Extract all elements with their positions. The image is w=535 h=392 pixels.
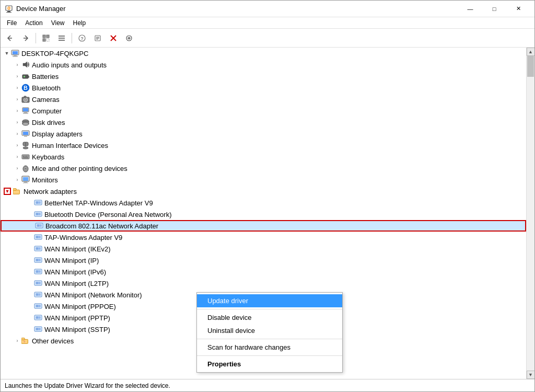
keyboards-expand[interactable]: ›	[13, 153, 21, 161]
tree-monitors[interactable]: › Monitors	[1, 174, 526, 186]
tree-panel[interactable]: ▼ DESKTOP-4FQKGPC ›	[1, 48, 526, 379]
svg-rect-86	[36, 270, 41, 273]
display-label: Display adapters	[32, 130, 83, 138]
svg-rect-98	[36, 316, 41, 319]
svg-rect-31	[24, 76, 25, 77]
back-button[interactable]	[3, 31, 17, 45]
batteries-expand[interactable]: ›	[13, 72, 21, 80]
toolbar: ?	[1, 29, 534, 48]
ctx-uninstall-device[interactable]: Uninstall device	[197, 324, 342, 337]
wan-sstp-label: WAN Miniport (SSTP)	[44, 326, 110, 333]
computer-expand[interactable]: ›	[13, 107, 21, 115]
minimize-button[interactable]: —	[458, 1, 482, 17]
hid-expand[interactable]: ›	[13, 141, 21, 149]
tree-hid[interactable]: › Human Interface Devices	[1, 140, 526, 151]
context-menu: Update driver Disable device Uninstall d…	[196, 292, 343, 373]
tree-audio[interactable]: › Audio inputs and outputs	[1, 59, 526, 71]
scan-button[interactable]	[122, 31, 136, 45]
svg-rect-64	[23, 183, 28, 183]
scrollbar[interactable]: ▲ ▼	[526, 48, 534, 379]
scroll-down-arrow[interactable]: ▼	[527, 371, 535, 379]
other-expand[interactable]: ›	[13, 337, 21, 345]
svg-rect-74	[37, 224, 42, 227]
svg-rect-68	[36, 201, 41, 204]
scroll-thumb[interactable]	[527, 56, 534, 77]
help-button[interactable]: ?	[75, 31, 89, 45]
list-view-button[interactable]	[54, 31, 69, 45]
hid-label: Human Interface Devices	[32, 142, 108, 149]
disk-expand[interactable]: ›	[13, 118, 21, 126]
audio-icon	[21, 61, 30, 69]
device-manager-window: Device Manager — □ ✕ File Action View He…	[0, 0, 535, 392]
tree-root[interactable]: ▼ DESKTOP-4FQKGPC	[1, 48, 526, 59]
tree-keyboards[interactable]: › Keyboards	[1, 151, 526, 163]
svg-rect-71	[36, 213, 41, 215]
ctx-properties[interactable]: Properties	[197, 358, 342, 371]
tree-disk[interactable]: › Disk drives	[1, 117, 526, 128]
svg-marker-28	[23, 62, 27, 67]
hid-icon	[21, 141, 30, 149]
tree-wan-ipv6[interactable]: WAN Miniport (IPv6)	[1, 266, 526, 278]
svg-point-44	[22, 122, 29, 125]
network-expand[interactable]: ▼	[4, 188, 11, 195]
other-label: Other devices	[32, 337, 74, 345]
disk-icon	[21, 118, 30, 126]
tree-network[interactable]: ▼ Network adapters	[1, 186, 526, 197]
keyboards-label: Keyboards	[32, 153, 64, 161]
audio-expand[interactable]: ›	[13, 61, 21, 69]
uninstall-button[interactable]	[106, 31, 121, 45]
ctx-sep-1	[197, 309, 342, 309]
ctx-update-driver[interactable]: Update driver	[197, 294, 342, 307]
svg-rect-11	[46, 39, 49, 41]
ctx-scan-hardware[interactable]: Scan for hardware changes	[197, 341, 342, 354]
svg-rect-89	[36, 282, 41, 284]
tree-bluetooth-pan[interactable]: Bluetooth Device (Personal Area Network)	[1, 209, 526, 220]
forward-button[interactable]	[18, 31, 33, 45]
close-button[interactable]: ✕	[506, 1, 530, 17]
tree-cameras[interactable]: › Cameras	[1, 94, 526, 105]
tree-batteries[interactable]: › Batteries	[1, 71, 526, 82]
monitors-expand[interactable]: ›	[13, 176, 21, 184]
mice-expand[interactable]: ›	[13, 164, 21, 172]
tree-computer[interactable]: › Computer	[1, 105, 526, 117]
tree-display[interactable]: › Display adapters	[1, 128, 526, 140]
tree-tap[interactable]: TAP-Windows Adapter V9	[1, 232, 526, 243]
menu-file[interactable]: File	[3, 18, 21, 28]
display-expand[interactable]: ›	[13, 130, 21, 138]
cameras-icon	[21, 95, 30, 103]
svg-rect-14	[59, 40, 65, 41]
monitors-label: Monitors	[32, 176, 58, 184]
tree-betternet[interactable]: BetterNet TAP-Windows Adapter V9	[1, 197, 526, 209]
svg-rect-95	[36, 305, 41, 307]
tree-wan-ip[interactable]: WAN Miniport (IP)	[1, 255, 526, 266]
svg-rect-53	[23, 156, 24, 157]
bluetooth-expand[interactable]: ›	[13, 84, 21, 92]
tree-bluetooth[interactable]: › B Bluetooth	[1, 82, 526, 94]
show-hidden-button[interactable]	[39, 31, 53, 45]
network-adapter-icon-4	[34, 233, 42, 241]
wan-pppoe-label: WAN Miniport (PPPOE)	[44, 303, 116, 310]
scroll-up-arrow[interactable]: ▲	[527, 48, 535, 56]
maximize-button[interactable]: □	[482, 1, 506, 17]
properties-button[interactable]	[90, 31, 105, 45]
broadcom-label: Broadcom 802.11ac Network Adapter	[45, 222, 158, 230]
ctx-disable-device[interactable]: Disable device	[197, 311, 342, 324]
tree-wan-l2tp[interactable]: WAN Miniport (L2TP)	[1, 278, 526, 289]
tree-mice[interactable]: › Mice and other pointing devices	[1, 163, 526, 174]
cameras-expand[interactable]: ›	[13, 95, 21, 103]
menu-help[interactable]: Help	[69, 18, 90, 28]
tree-broadcom[interactable]: Broadcom 802.11ac Network Adapter	[1, 220, 526, 232]
bluetooth-label: Bluetooth	[32, 84, 61, 92]
svg-rect-47	[24, 136, 27, 137]
menu-action[interactable]: Action	[21, 18, 46, 28]
mice-label: Mice and other pointing devices	[32, 165, 127, 172]
svg-rect-8	[43, 35, 45, 38]
scroll-track[interactable]	[527, 56, 534, 371]
wan-pptp-icon	[34, 314, 42, 322]
wan-ipv6-label: WAN Miniport (IPv6)	[44, 268, 106, 276]
tree-wan-ikev2[interactable]: WAN Miniport (IKEv2)	[1, 243, 526, 255]
svg-rect-13	[59, 38, 65, 39]
menu-view[interactable]: View	[47, 18, 69, 28]
root-expand[interactable]: ▼	[3, 49, 11, 57]
display-icon	[21, 130, 30, 138]
